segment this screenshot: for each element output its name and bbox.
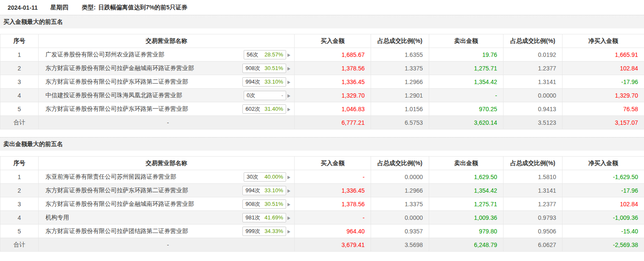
buy-amount-cell: 1,046.83 [295, 102, 371, 116]
sell-ratio-cell: 0.9506 [503, 225, 562, 238]
buy-ratio-cell: 1.3375 [371, 62, 429, 75]
col-header-sell-amount: 卖出金额 [429, 34, 503, 48]
seq-cell: 4 [0, 211, 39, 225]
branch-cell: - [39, 116, 295, 129]
sell-top5-table: 序号交易营业部名称买入金额占总成交比例(%)卖出金额占总成交比例(%)净买入金额… [0, 156, 644, 252]
buy-amount-cell: 1,336.45 [295, 75, 371, 89]
branch-name: 东方财富证券股份有限公司拉萨东环路第一证券营业部 [45, 105, 188, 113]
sell-ratio-cell: 0.0000 [503, 89, 562, 102]
col-header-sell-ratio: 占总成交比例(%) [503, 157, 562, 170]
buy-amount-cell: 1,685.67 [295, 48, 371, 62]
buy-ratio-cell: 1.6355 [371, 48, 429, 62]
arrow-right-icon: ▶ [287, 215, 290, 220]
net-amount-cell: 102.84 [562, 62, 644, 75]
seq-cell: 合计 [0, 238, 39, 252]
appearance-count: 602次 [245, 106, 260, 112]
arrow-right-icon: ▶ [287, 202, 290, 207]
lhb-page: 2024-01-11 星期四 类型: 日跌幅偏离值达到7%的前5只证券 买入金额… [0, 0, 644, 252]
appearance-count: 30次 [247, 174, 258, 180]
branch-cell: 东方财富证券股份有限公司拉萨金融城南环路证券营业部908次30.51%▶ [39, 62, 295, 75]
buy-ratio-cell: 1.2901 [371, 89, 429, 102]
branch-cell: 广发证券股份有限公司郑州农业路证券营业部56次28.57%▶ [39, 48, 295, 62]
seq-cell: 2 [0, 184, 39, 197]
table-row: 5东方财富证券股份有限公司拉萨东环路第一证券营业部602次31.40%▶1,04… [0, 102, 644, 116]
branch-stat-badge[interactable]: 602次31.40%▶ [242, 104, 290, 114]
seq-cell: 3 [0, 75, 39, 89]
branch-cell: 东方财富证券股份有限公司拉萨东环路第二证券营业部994次33.10%▶ [39, 184, 295, 197]
success-rate: 41.69% [264, 214, 283, 221]
sell-amount-cell: 6,248.79 [429, 238, 503, 252]
appearance-count: 908次 [245, 65, 260, 72]
col-header-sell-ratio: 占总成交比例(%) [503, 34, 562, 48]
sell-amount-cell: 1,354.42 [429, 184, 503, 197]
sell-amount-cell: 1,275.71 [429, 197, 503, 211]
table-row: 5东方财富证券股份有限公司拉萨团结路第二证券营业部999次34.33%▶964.… [0, 225, 644, 238]
arrow-right-icon: ▶ [287, 79, 290, 84]
buy-ratio-cell: 6.5753 [371, 116, 429, 129]
branch-stat-badge[interactable]: 908次30.51%▶ [242, 64, 290, 73]
appearance-count: 908次 [245, 201, 260, 208]
branch-stat-badge[interactable]: 908次30.51%▶ [242, 199, 290, 209]
net-amount-cell: -17.96 [562, 184, 644, 197]
net-amount-cell: 102.84 [562, 197, 644, 211]
sell-ratio-cell: 1.3141 [503, 184, 562, 197]
page-header: 2024-01-11 星期四 类型: 日跌幅偏离值达到7%的前5只证券 [0, 0, 644, 15]
buy-amount-cell: 1,378.56 [295, 197, 371, 211]
weekday: 星期四 [51, 4, 68, 11]
header-row: 序号交易营业部名称买入金额占总成交比例(%)卖出金额占总成交比例(%)净买入金额 [0, 157, 644, 170]
buy-top5-table: 序号交易营业部名称买入金额占总成交比例(%)卖出金额占总成交比例(%)净买入金额… [0, 34, 644, 129]
col-header-branch: 交易营业部名称 [39, 34, 295, 48]
buy-ratio-cell: 0.9357 [371, 225, 429, 238]
sell-amount-cell: 1,009.36 [429, 211, 503, 225]
buy-ratio-cell: 1.0156 [371, 102, 429, 116]
header-row: 序号交易营业部名称买入金额占总成交比例(%)卖出金额占总成交比例(%)净买入金额 [0, 34, 644, 48]
net-amount-cell: -1,629.50 [562, 170, 644, 184]
net-amount-cell: -1,009.36 [562, 211, 644, 225]
appearance-count: 56次 [247, 51, 258, 58]
table-row: 4机构专用981次41.69%▶-0.00001,009.360.9793-1,… [0, 211, 644, 225]
branch-stat-badge[interactable]: 30次40.00%▶ [244, 172, 290, 182]
sell-ratio-cell: 6.0627 [503, 238, 562, 252]
branch-stat-badge[interactable]: 981次41.69%▶ [242, 213, 290, 222]
sell-ratio-cell: 1.2377 [503, 197, 562, 211]
branch-name: 东方财富证券股份有限公司拉萨东环路第二证券营业部 [45, 187, 188, 194]
table-row: 2东方财富证券股份有限公司拉萨东环路第二证券营业部994次33.10%▶1,33… [0, 184, 644, 197]
branch-name: 机构专用 [45, 214, 69, 222]
total-row: 合计-3,679.413.56986,248.796.0627-2,569.38 [0, 238, 644, 252]
buy-amount-cell: 3,679.41 [295, 238, 371, 252]
success-rate: - [281, 92, 283, 99]
branch-stat-badge[interactable]: 0次-▶ [244, 91, 290, 100]
seq-cell: 1 [0, 48, 39, 62]
seq-cell: 2 [0, 62, 39, 75]
sell-amount-cell: 979.80 [429, 225, 503, 238]
buy-ratio-cell: 1.2966 [371, 75, 429, 89]
sell-ratio-cell: 0.0192 [503, 48, 562, 62]
buy-amount-cell: 1,329.70 [295, 89, 371, 102]
sell-ratio-cell: 3.5123 [503, 116, 562, 129]
branch-stat-badge[interactable]: 994次33.10%▶ [242, 77, 290, 87]
branch-name: 东方财富证券股份有限公司拉萨东环路第二证券营业部 [45, 78, 188, 86]
appearance-count: 0次 [247, 92, 255, 99]
buy-ratio-cell: 3.5698 [371, 238, 429, 252]
net-amount-cell: 3,157.07 [562, 116, 644, 129]
sell-amount-cell: 3,620.14 [429, 116, 503, 129]
branch-stat-badge[interactable]: 994次33.10%▶ [242, 186, 290, 195]
branch-stat-badge[interactable]: 999次34.33%▶ [242, 227, 290, 236]
col-header-net-amount: 净买入金额 [562, 157, 644, 170]
branch-cell: 东方财富证券股份有限公司拉萨团结路第二证券营业部999次34.33%▶ [39, 225, 295, 238]
col-header-buy-amount: 买入金额 [295, 34, 371, 48]
success-rate: 28.57% [264, 51, 283, 58]
branch-name: 东方财富证券股份有限公司拉萨金融城南环路证券营业部 [45, 200, 194, 208]
buy-amount-cell: 964.40 [295, 225, 371, 238]
table-row: 2东方财富证券股份有限公司拉萨金融城南环路证券营业部908次30.51%▶1,3… [0, 62, 644, 75]
arrow-right-icon: ▶ [287, 188, 290, 193]
sell-amount-cell: 970.25 [429, 102, 503, 116]
branch-stat-badge[interactable]: 56次28.57%▶ [244, 50, 290, 59]
branch-name: - [167, 241, 169, 248]
net-amount-cell: -15.40 [562, 225, 644, 238]
sell-amount-cell: 1,354.42 [429, 75, 503, 89]
branch-name: 东方财富证券股份有限公司拉萨金融城南环路证券营业部 [45, 65, 194, 72]
sell-ratio-cell: 1.5810 [503, 170, 562, 184]
type-value: 日跌幅偏离值达到7%的前5只证券 [98, 4, 188, 11]
arrow-right-icon: ▶ [287, 52, 290, 57]
